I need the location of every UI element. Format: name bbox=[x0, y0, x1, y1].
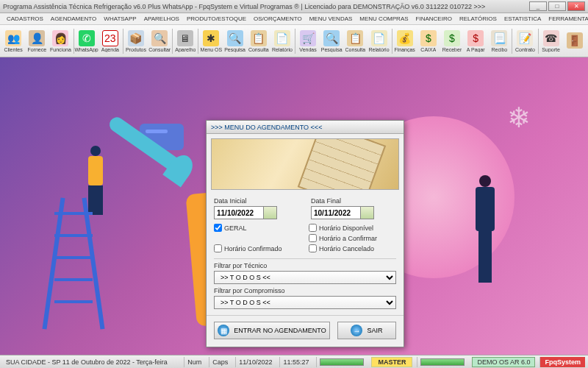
toolbar-relatrio-button[interactable]: 📄Relatório bbox=[270, 26, 294, 56]
menu-relatrios[interactable]: RELATÓRIOS bbox=[456, 15, 501, 22]
maximize-button[interactable]: □ bbox=[548, 1, 566, 11]
data-inicial-label: Data Inicial bbox=[214, 197, 299, 205]
enter-icon: ▦ bbox=[218, 325, 229, 336]
menu-osoramento[interactable]: OS/ORÇAMENTO bbox=[250, 15, 306, 22]
produtos-icon: 📦 bbox=[128, 30, 144, 46]
finanas-icon: 💰 bbox=[397, 30, 413, 46]
toolbar-agenda-button[interactable]: 23Agenda bbox=[98, 26, 122, 56]
status-num: Num bbox=[184, 357, 204, 367]
close-button[interactable]: ✕ bbox=[567, 1, 585, 11]
chk-confirmado-box[interactable] bbox=[214, 244, 222, 252]
toolbar-funciona-button[interactable]: 👩Funciona bbox=[49, 26, 72, 56]
toolbar-label: Vendas bbox=[299, 47, 316, 52]
toolbar-label: Aparelho bbox=[175, 47, 196, 52]
chk-confirmado[interactable]: Horário Confirmado bbox=[214, 244, 301, 252]
menu-ferramentas[interactable]: FERRAMENTAS bbox=[545, 15, 588, 22]
status-date: 11/10/2022 bbox=[235, 357, 275, 367]
minimize-button[interactable]: _ bbox=[529, 1, 547, 11]
toolbar-aparelho-button[interactable]: 🖥Aparelho bbox=[173, 26, 197, 56]
toolbar-separator bbox=[74, 29, 74, 54]
toolbar-produtos-button[interactable]: 📦Produtos bbox=[124, 26, 148, 56]
toolbar-clientes-button[interactable]: 👥Clientes bbox=[1, 26, 25, 56]
suporte-icon: ☎ bbox=[543, 30, 559, 46]
menu-financeiro[interactable]: FINANCEIRO bbox=[412, 15, 456, 22]
toolbar-label: Suporte bbox=[542, 47, 560, 52]
chk-cancelado[interactable]: Horário Cancelado bbox=[309, 244, 396, 252]
toolbar-relatrio-button[interactable]: 📄Relatório bbox=[367, 26, 390, 56]
chk-disponivel[interactable]: Horário Disponível bbox=[309, 224, 396, 232]
toolbar-caixa-button[interactable]: $CAIXA bbox=[417, 26, 440, 56]
toolbar-menuos-button[interactable]: ✱Menu OS bbox=[199, 26, 223, 56]
caixa-icon: $ bbox=[420, 30, 437, 46]
toolbar-suporte-button[interactable]: ☎Suporte bbox=[539, 26, 563, 56]
menu-agendamento[interactable]: AGENDAMENTO bbox=[47, 15, 101, 22]
filtro-tecnico-select[interactable]: >> T O D O S << bbox=[214, 271, 396, 284]
statusbar: SUA CIDADE - SP 11 de Outubro de 2022 - … bbox=[0, 355, 588, 368]
toolbar-exit-button[interactable]: 🚪 bbox=[563, 26, 587, 56]
exit-icon: 🚪 bbox=[567, 32, 583, 49]
toolbar-separator bbox=[392, 29, 392, 54]
toolbar-whatsapp-button[interactable]: ✆WhatsApp bbox=[74, 26, 98, 56]
data-inicial-input[interactable] bbox=[214, 206, 264, 219]
menubar: CADASTROSAGENDAMENTOWHATSAPPAPARELHOSPRO… bbox=[0, 13, 588, 25]
toolbar-recibo-button[interactable]: 📃Recibo bbox=[487, 26, 511, 56]
snowflake-icon: ❄ bbox=[507, 102, 544, 138]
dialog-title: >>> MENU DO AGENDAMENTO <<< bbox=[207, 121, 404, 134]
menu-estatistica[interactable]: ESTATISTICA bbox=[501, 15, 545, 22]
entrar-agendamento-button[interactable]: ▦ ENTRAR NO AGENDAMENTO bbox=[214, 322, 330, 339]
toolbar-consultar-button[interactable]: 🔍Consultar bbox=[148, 26, 171, 56]
toolbar-label: Recibo bbox=[491, 47, 507, 52]
recibo-icon: 📃 bbox=[491, 30, 507, 46]
toolbar-separator bbox=[538, 29, 539, 54]
consultar-icon: 🔍 bbox=[151, 30, 168, 46]
menu-cadastros[interactable]: CADASTROS bbox=[3, 15, 47, 22]
pesquisa-icon: 🔍 bbox=[323, 30, 340, 46]
data-final-label: Data Final bbox=[311, 197, 396, 205]
data-final-input[interactable] bbox=[311, 206, 361, 219]
workspace: ❄ >>> MENU DO AGENDAMENTO <<< Data Inici… bbox=[0, 57, 588, 355]
toolbar-label: A Pagar bbox=[467, 47, 485, 52]
chk-geral-box[interactable] bbox=[214, 224, 222, 232]
data-inicial-calendar-button[interactable] bbox=[264, 206, 277, 219]
toolbar-label: Agenda bbox=[101, 47, 119, 52]
toolbar-vendas-button[interactable]: 🛒Vendas bbox=[296, 26, 320, 56]
toolbar-label: Finanças bbox=[394, 47, 415, 52]
toolbar-receber-button[interactable]: $Receber bbox=[440, 26, 464, 56]
toolbar-label: Relatório bbox=[272, 47, 293, 52]
chk-geral[interactable]: GERAL bbox=[214, 224, 301, 232]
chk-aconfirmar-box[interactable] bbox=[309, 234, 317, 242]
toolbar-label: CAIXA bbox=[420, 47, 436, 52]
chk-cancelado-box[interactable] bbox=[309, 244, 317, 252]
toolbar-apagar-button[interactable]: $A Pagar bbox=[464, 26, 487, 56]
toolbar-separator bbox=[172, 29, 173, 54]
toolbar-label: WhatsApp bbox=[74, 47, 98, 52]
toolbar-separator bbox=[123, 29, 123, 54]
aparelho-icon: 🖥 bbox=[177, 30, 193, 46]
toolbar-contrato-button[interactable]: 📝Contrato bbox=[513, 26, 537, 56]
toolbar-fornece-button[interactable]: 👤Fornece bbox=[25, 26, 49, 56]
chk-disponivel-box[interactable] bbox=[309, 224, 317, 232]
menu-whatsapp[interactable]: WHATSAPP bbox=[100, 15, 140, 22]
menu-produtoestoque[interactable]: PRODUTO/ESTOQUE bbox=[183, 15, 250, 22]
relatrio-icon: 📄 bbox=[274, 30, 290, 46]
toolbar-label: Clientes bbox=[4, 47, 22, 52]
menu-menuvendas[interactable]: MENU VENDAS bbox=[306, 15, 356, 22]
toolbar-label: Consultar bbox=[148, 47, 171, 52]
toolbar-consulta-button[interactable]: 📋Consulta bbox=[247, 26, 270, 56]
toolbar-consulta-button[interactable]: 📋Consulta bbox=[343, 26, 367, 56]
chk-aconfirmar[interactable]: Horário a Confirmar bbox=[309, 234, 396, 242]
toolbar-label: Fornece bbox=[27, 47, 46, 52]
toolbar-pesquisa-button[interactable]: 🔍Pesquisa bbox=[320, 26, 343, 56]
toolbar-label: Pesquisa bbox=[224, 47, 245, 52]
toolbar-finanas-button[interactable]: 💰Finanças bbox=[393, 26, 417, 56]
filtro-compromisso-select[interactable]: >> T O D O S << bbox=[214, 296, 396, 309]
toolbar-label: Menu OS bbox=[201, 47, 223, 52]
data-final-calendar-button[interactable] bbox=[361, 206, 374, 219]
menu-menucompras[interactable]: MENU COMPRAS bbox=[356, 15, 412, 22]
filtro-compromisso-label: Filtrar por Compromisso bbox=[214, 287, 396, 294]
status-location: SUA CIDADE - SP 11 de Outubro de 2022 - … bbox=[3, 357, 179, 367]
toolbar-pesquisa-button[interactable]: 🔍Pesquisa bbox=[223, 26, 246, 56]
menu-aparelhos[interactable]: APARELHOS bbox=[140, 15, 183, 22]
sair-button[interactable]: → SAIR bbox=[337, 322, 396, 339]
vendas-icon: 🛒 bbox=[300, 30, 316, 46]
